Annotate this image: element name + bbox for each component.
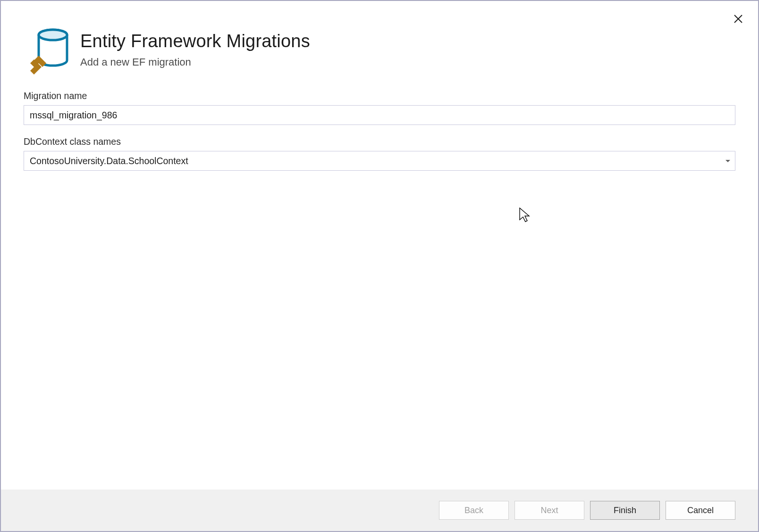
- dbcontext-group: DbContext class names ContosoUniversity.…: [24, 136, 735, 171]
- migration-name-input[interactable]: [24, 105, 735, 125]
- close-icon: [734, 15, 742, 23]
- dialog-footer: Back Next Finish Cancel: [1, 490, 758, 531]
- cancel-button[interactable]: Cancel: [666, 501, 735, 520]
- close-button[interactable]: [732, 12, 745, 25]
- dbcontext-dropdown[interactable]: ContosoUniversity.Data.SchoolContext: [24, 151, 735, 171]
- migrations-icon: [24, 27, 69, 78]
- migration-name-group: Migration name: [24, 91, 735, 125]
- next-button: Next: [514, 501, 584, 520]
- back-button: Back: [439, 501, 509, 520]
- dbcontext-value: ContosoUniversity.Data.SchoolContext: [30, 156, 188, 166]
- chevron-down-icon: [725, 160, 730, 162]
- dbcontext-label: DbContext class names: [24, 136, 735, 147]
- finish-button[interactable]: Finish: [590, 501, 660, 520]
- dialog-title: Entity Framework Migrations: [80, 31, 310, 51]
- ef-migrations-dialog: Entity Framework Migrations Add a new EF…: [0, 0, 759, 532]
- dialog-header: Entity Framework Migrations Add a new EF…: [1, 1, 758, 84]
- dialog-subtitle: Add a new EF migration: [80, 56, 310, 68]
- svg-point-3: [39, 30, 67, 40]
- migration-name-label: Migration name: [24, 91, 735, 101]
- dialog-content: Migration name DbContext class names Con…: [1, 84, 758, 490]
- header-text: Entity Framework Migrations Add a new EF…: [80, 27, 310, 68]
